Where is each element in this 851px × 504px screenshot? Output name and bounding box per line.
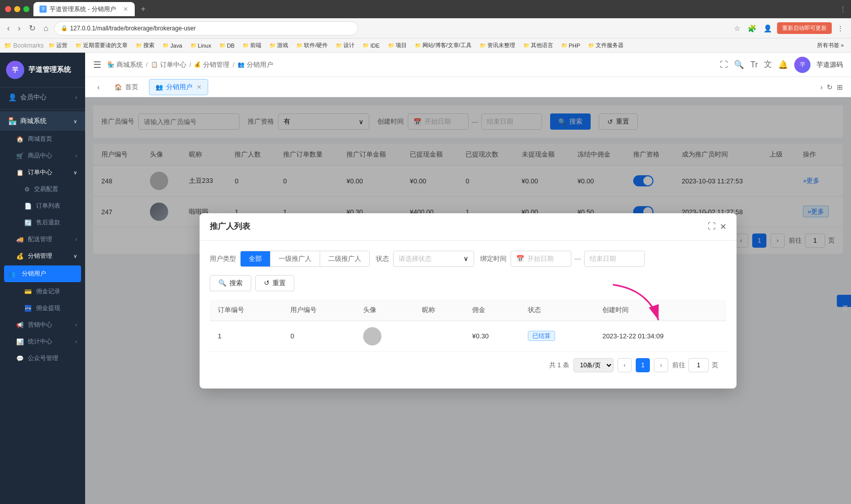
sidebar-item-commission[interactable]: 💳 佣金记录 bbox=[0, 283, 85, 300]
modal-filter-buttons: 🔍 搜索 ↺ 重置 bbox=[210, 275, 726, 291]
bookmark-ide[interactable]: 📁IDE bbox=[360, 42, 382, 50]
tabs-collapse-icon[interactable]: ‹ bbox=[93, 81, 104, 93]
modal-goto-input[interactable] bbox=[688, 358, 709, 372]
modal-end-date[interactable]: 结束日期 bbox=[584, 251, 645, 267]
bookmark-linux[interactable]: 📁Linux bbox=[187, 42, 214, 50]
arrow-marketing: › bbox=[75, 322, 77, 328]
sidebar-label-trade-config: 交易配置 bbox=[34, 185, 58, 193]
tab-home[interactable]: 🏠 首页 bbox=[108, 79, 145, 95]
tab-level2[interactable]: 二级推广人 bbox=[320, 251, 369, 266]
header-avatar[interactable]: 芋 bbox=[794, 57, 810, 73]
sidebar-item-aftersale[interactable]: 🔄 售后退款 bbox=[0, 214, 85, 231]
sidebar-item-distribution[interactable]: 💰 分销管理 ∨ bbox=[0, 248, 85, 264]
sidebar-item-order-list[interactable]: 📄 订单列表 bbox=[0, 198, 85, 214]
tab-refresh-icon[interactable]: ↻ bbox=[827, 83, 833, 91]
modal-start-date[interactable]: 📅 开始日期 bbox=[511, 251, 571, 267]
browser-tab[interactable]: 芋 芋道管理系统 - 分销用户 ✕ bbox=[33, 2, 135, 16]
bookmark-java[interactable]: 📁Java bbox=[160, 42, 185, 50]
tab-level1[interactable]: 一级推广人 bbox=[270, 251, 320, 266]
arrow-delivery: › bbox=[75, 237, 77, 242]
modal-overlay[interactable]: 推广人列表 ⛶ ✕ 用户类型 全部 bbox=[85, 97, 851, 504]
commission-icon: 💳 bbox=[24, 288, 32, 295]
bookmark-search[interactable]: 📁搜索 bbox=[133, 41, 158, 50]
sidebar-item-mall-home[interactable]: 🏠 商城首页 bbox=[0, 131, 85, 147]
modal-reset-button[interactable]: ↺ 重置 bbox=[255, 275, 294, 291]
sidebar-item-order[interactable]: 📋 订单中心 ∨ bbox=[0, 164, 85, 181]
search-icon[interactable]: 🔍 bbox=[734, 60, 744, 69]
breadcrumb-distribution[interactable]: 💰 分销管理 bbox=[194, 60, 229, 69]
breadcrumb-mall[interactable]: 🏪 商城系统 bbox=[107, 60, 143, 69]
sidebar-logo: 芋 芋道管理系统 bbox=[0, 53, 85, 88]
forward-button[interactable]: › bbox=[16, 22, 22, 35]
breadcrumb-order[interactable]: 📋 订单中心 bbox=[151, 60, 186, 69]
bookmark-db[interactable]: 📁DB bbox=[216, 42, 238, 50]
bookmark-yunyun[interactable]: 📁运营 bbox=[46, 41, 70, 50]
bookmark-software[interactable]: 📁软件/硬件 bbox=[293, 41, 331, 50]
breadcrumb-dist-user[interactable]: 👥 分销用户 bbox=[238, 60, 273, 69]
sidebar-item-dist-user[interactable]: 👥 分销用户 bbox=[4, 265, 81, 282]
bookmark-website[interactable]: 📁网站/博客/文章/工具 bbox=[412, 41, 475, 50]
browser-menu-icon[interactable]: ⋮ bbox=[840, 6, 846, 13]
modal-page-1-btn[interactable]: 1 bbox=[636, 358, 650, 372]
bookmark-project[interactable]: 📁项目 bbox=[385, 41, 410, 50]
collapse-sidebar-icon[interactable]: ☰ bbox=[93, 59, 101, 70]
modal-search-button[interactable]: 🔍 搜索 bbox=[210, 275, 251, 291]
bookmark-all[interactable]: 所有书签 » bbox=[814, 41, 847, 50]
sidebar-label-aftersale: 售后退款 bbox=[36, 218, 60, 227]
modal-page-size-select[interactable]: 10条/页 bbox=[573, 358, 613, 372]
sidebar-item-delivery[interactable]: 🚚 配送管理 › bbox=[0, 231, 85, 248]
modal-prev-page-btn[interactable]: ‹ bbox=[617, 358, 632, 372]
tab-close-icon[interactable]: ✕ bbox=[197, 84, 202, 91]
bookmark-php[interactable]: 📁PHP bbox=[558, 42, 584, 50]
back-button[interactable]: ‹ bbox=[5, 22, 12, 35]
header-username[interactable]: 芋道源码 bbox=[817, 60, 843, 69]
tab-close-icon[interactable]: ✕ bbox=[123, 6, 128, 13]
modal-status-select[interactable]: 请选择状态 ∨ bbox=[393, 251, 474, 267]
extensions-icon[interactable]: 🧩 bbox=[746, 22, 758, 34]
bookmark-other[interactable]: 📁其他语言 bbox=[520, 41, 556, 50]
modal-table-container: 订单编号 用户编号 头像 昵称 佣金 状态 创建时间 bbox=[210, 299, 726, 378]
bookmark-design[interactable]: 📁设计 bbox=[333, 41, 358, 50]
bookmark-news[interactable]: 📁资讯未整理 bbox=[477, 41, 518, 50]
bookmark-recent[interactable]: 📁近期需要读的文章 bbox=[72, 41, 131, 50]
sidebar-item-stats[interactable]: 📊 统计中心 › bbox=[0, 333, 85, 350]
tab-dist-user[interactable]: 👥 分销用户 ✕ bbox=[149, 79, 208, 95]
modal-close-icon[interactable]: ✕ bbox=[720, 222, 726, 231]
bookmark-frontend[interactable]: 📁前端 bbox=[240, 41, 264, 50]
profile-icon[interactable]: 👤 bbox=[761, 22, 774, 34]
lang-icon[interactable]: 文 bbox=[764, 59, 772, 70]
sidebar-item-wechat[interactable]: 💬 公众号管理 bbox=[0, 350, 85, 367]
translate-icon[interactable]: Tr bbox=[750, 60, 758, 69]
tab-grid-icon[interactable]: ⊞ bbox=[837, 83, 843, 91]
close-dot[interactable] bbox=[5, 6, 11, 12]
sidebar-item-member[interactable]: 👤 会员中心 › bbox=[0, 88, 85, 107]
config-icon: ⚙ bbox=[24, 186, 30, 193]
tab-expand-icon[interactable]: › bbox=[820, 83, 823, 91]
sidebar-item-mall[interactable]: 🏪 商城系统 ∨ bbox=[0, 111, 85, 131]
reload-button[interactable]: ↻ bbox=[27, 21, 37, 35]
home-button[interactable]: ⌂ bbox=[42, 22, 51, 35]
sidebar-item-withdraw[interactable]: 🏧 佣金提现 bbox=[0, 300, 85, 317]
list-icon: 📄 bbox=[24, 203, 32, 210]
bookmark-icon[interactable]: ☆ bbox=[732, 22, 743, 34]
modal-next-page-btn[interactable]: › bbox=[654, 358, 668, 372]
sidebar-item-product[interactable]: 🛒 商品中心 › bbox=[0, 147, 85, 164]
header-actions: ⛶ 🔍 Tr 文 🔔 芋 芋道源码 bbox=[720, 57, 843, 73]
window-controls bbox=[5, 6, 29, 12]
page-area: 推广员编号 推广资格 有 ∨ 创建时间 bbox=[85, 97, 851, 504]
maximize-dot[interactable] bbox=[23, 6, 29, 12]
tab-all[interactable]: 全部 bbox=[241, 251, 270, 266]
arrow-stats: › bbox=[75, 339, 77, 344]
update-button[interactable]: 重新启动即可更新 bbox=[777, 22, 832, 34]
address-bar[interactable]: 🔒 127.0.0.1/mall/trade/brokerage/brokera… bbox=[54, 21, 358, 35]
minimize-dot[interactable] bbox=[14, 6, 20, 12]
notification-icon[interactable]: 🔔 bbox=[778, 60, 788, 69]
modal-expand-icon[interactable]: ⛶ bbox=[708, 222, 716, 231]
bookmark-fileserver[interactable]: 📁文件服务器 bbox=[585, 41, 627, 50]
bookmark-game[interactable]: 📁游戏 bbox=[266, 41, 291, 50]
chrome-menu-icon[interactable]: ⋮ bbox=[835, 22, 846, 34]
new-tab-button[interactable]: + bbox=[141, 5, 145, 14]
sidebar-item-marketing[interactable]: 📢 营销中心 › bbox=[0, 317, 85, 333]
sidebar-item-trade-config[interactable]: ⚙ 交易配置 bbox=[0, 181, 85, 198]
fullscreen-icon[interactable]: ⛶ bbox=[720, 60, 728, 69]
